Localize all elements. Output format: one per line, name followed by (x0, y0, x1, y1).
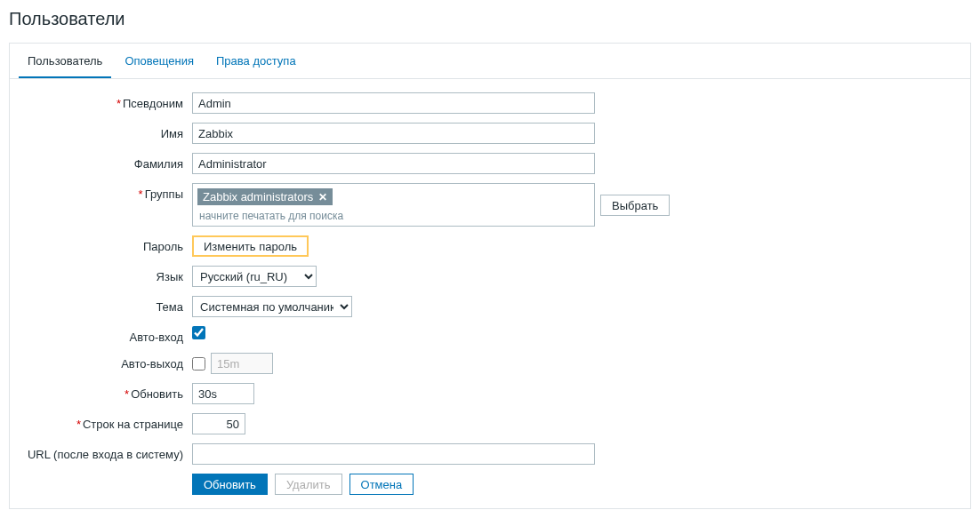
autologin-checkbox[interactable] (192, 326, 205, 339)
label-alias: *Псевдоним (19, 92, 192, 110)
page-title: Пользователи (9, 4, 971, 43)
button-row: Обновить Удалить Отмена (192, 474, 961, 495)
tab-media[interactable]: Оповещения (116, 44, 203, 78)
theme-select[interactable]: Системная по умолчанию (192, 296, 352, 317)
alias-input[interactable] (192, 92, 595, 114)
autologout-input (211, 353, 273, 374)
tab-user[interactable]: Пользователь (19, 44, 111, 78)
select-group-button[interactable]: Выбрать (600, 195, 670, 216)
label-url: URL (после входа в систему) (19, 443, 192, 461)
label-surname: Фамилия (19, 153, 192, 171)
surname-input[interactable] (192, 153, 595, 174)
label-refresh: *Обновить (19, 383, 192, 401)
label-theme: Тема (19, 296, 192, 314)
url-input[interactable] (192, 443, 595, 465)
form-container: Пользователь Оповещения Права доступа *П… (9, 43, 971, 509)
label-language: Язык (19, 266, 192, 283)
label-password: Пароль (19, 235, 192, 253)
label-autologin: Авто-вход (19, 326, 192, 344)
label-autologout: Авто-выход (19, 353, 192, 371)
label-name: Имя (19, 123, 192, 140)
cancel-button[interactable]: Отмена (349, 474, 414, 495)
label-groups: *Группы (19, 183, 192, 201)
tab-permissions[interactable]: Права доступа (207, 44, 305, 78)
update-button[interactable]: Обновить (192, 474, 268, 495)
remove-group-icon[interactable]: ✕ (318, 191, 327, 203)
group-tag[interactable]: Zabbix administrators ✕ (197, 188, 333, 205)
groups-multiselect[interactable]: Zabbix administrators ✕ начните печатать… (192, 183, 595, 227)
form-content: *Псевдоним Имя Фамилия *Группы (10, 79, 970, 508)
delete-button: Удалить (275, 474, 342, 495)
language-select[interactable]: Русский (ru_RU) (192, 266, 317, 287)
change-password-button[interactable]: Изменить пароль (192, 235, 309, 257)
tabs: Пользователь Оповещения Права доступа (10, 44, 970, 79)
name-input[interactable] (192, 123, 595, 144)
groups-placeholder: начните печатать для поиска (196, 207, 591, 223)
group-tag-label: Zabbix administrators (203, 190, 313, 203)
refresh-input[interactable] (192, 383, 254, 404)
autologout-checkbox[interactable] (192, 357, 205, 371)
label-rows: *Строк на странице (19, 413, 192, 431)
rows-input[interactable] (192, 413, 245, 434)
